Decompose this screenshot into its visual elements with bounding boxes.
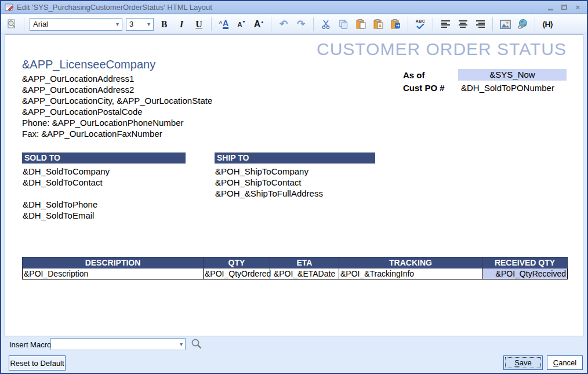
- chevron-down-icon[interactable]: ▾: [180, 341, 183, 347]
- italic-icon: I: [180, 19, 183, 30]
- close-icon[interactable]: ×: [575, 3, 580, 11]
- as-of-label: As of: [403, 70, 425, 80]
- search-icon: [191, 338, 202, 350]
- paste-special-button[interactable]: [389, 17, 402, 31]
- font-color-button[interactable]: A A: [217, 17, 231, 31]
- align-right-button[interactable]: [473, 17, 487, 31]
- toolbar-separator: [492, 17, 493, 31]
- html-layout-editor-canvas[interactable]: CUSTOMER ORDER STATUS &APP_LicenseeCompa…: [5, 34, 583, 336]
- copy-button[interactable]: [336, 17, 350, 31]
- cell-description-macro: &POI_Description: [23, 268, 204, 279]
- redo-button[interactable]: ↷: [294, 17, 308, 31]
- align-left-icon: [441, 20, 450, 28]
- insert-link-button[interactable]: [516, 17, 529, 31]
- underline-icon: U: [195, 19, 202, 30]
- minimize-icon[interactable]: [548, 9, 553, 10]
- ship-to-header-bar: SHIP TO: [215, 152, 375, 164]
- window-title: Edit 'SYS_PurchasingCustomerOrderStatus'…: [17, 3, 212, 12]
- maximize-icon[interactable]: [561, 5, 567, 10]
- copy-icon: [339, 20, 348, 29]
- col-header-tracking: TRACKING: [339, 257, 482, 268]
- underline-button[interactable]: U: [192, 17, 206, 31]
- sold-to-header-bar: SOLD TO: [22, 152, 186, 164]
- address-line: Fax: &APP_OurLocationFaxNumber: [22, 128, 212, 139]
- toolbar-separator: [211, 17, 212, 31]
- insert-image-button[interactable]: [498, 17, 512, 31]
- reset-to-default-button[interactable]: Reset to Default: [9, 355, 66, 371]
- address-line: Phone: &APP_OurLocationPhoneNumber: [22, 117, 212, 128]
- order-items-table: DESCRIPTION QTY ETA TRACKING RECEIVED QT…: [22, 257, 568, 279]
- search-macro-button[interactable]: [191, 338, 202, 352]
- svg-text:A: A: [378, 23, 382, 28]
- preview-icon: [6, 19, 17, 29]
- italic-button[interactable]: I: [175, 17, 188, 31]
- table-header-row: DESCRIPTION QTY ETA TRACKING RECEIVED QT…: [23, 257, 568, 268]
- toolbar-separator: [433, 17, 433, 31]
- cell-received-qty-macro: &POI_QtyReceived: [482, 268, 568, 279]
- font-family-value: Arial: [33, 20, 48, 28]
- edit-html-layout-dialog: Edit 'SYS_PurchasingCustomerOrderStatus'…: [0, 0, 588, 374]
- cell-qty-macro: &POI_QtyOrdered: [204, 268, 270, 279]
- spellcheck-button[interactable]: ABC: [413, 17, 427, 31]
- align-left-button[interactable]: [438, 17, 452, 31]
- cell-tracking-macro: &POI_&TrackingInfo: [339, 268, 482, 279]
- address-line: &APP_OurLocationAddress1: [22, 73, 212, 84]
- paste-button[interactable]: [354, 17, 368, 31]
- ship-to-block: &POH_ShipToCompany &POH_ShipToContact &P…: [215, 166, 323, 199]
- address-line: &APP_OurLocationPostalCode: [22, 106, 212, 117]
- save-button[interactable]: Save: [503, 355, 543, 370]
- undo-icon: ↶: [280, 18, 288, 30]
- editor-toolbar: Arial ▾ 3 ▾ B I U A A A ▾ A ▴: [1, 14, 587, 34]
- cancel-button[interactable]: Cancel: [547, 355, 583, 370]
- col-header-eta: ETA: [270, 257, 339, 268]
- paste-text-button[interactable]: A: [371, 17, 385, 31]
- cell-eta-macro: &POI_&ETADate: [270, 268, 339, 279]
- align-center-button[interactable]: [456, 17, 470, 31]
- address-line: &APP_OurLocationAddress2: [22, 84, 212, 95]
- font-size-select[interactable]: 3 ▾: [126, 18, 154, 31]
- insert-macro-label: Insert Macro:: [9, 340, 53, 349]
- ship-to-line: &POH_ShipToContact: [215, 177, 323, 188]
- insert-macro-combobox[interactable]: ▾: [50, 338, 186, 350]
- sold-to-line: &DH_SoldToPhone: [23, 199, 110, 210]
- toolbar-separator: [408, 17, 408, 31]
- undo-button[interactable]: ↶: [277, 17, 291, 31]
- ship-to-line: &POH_ShipToCompany: [215, 166, 323, 177]
- sold-to-line: [23, 188, 110, 199]
- increase-font-icon: A: [254, 19, 261, 30]
- align-right-icon: [476, 20, 485, 28]
- font-size-value: 3: [129, 20, 133, 28]
- sold-to-line: &DH_SoldToCompany: [23, 166, 110, 177]
- sold-to-line: &DH_SoldToContact: [23, 177, 110, 188]
- sold-to-block: &DH_SoldToCompany &DH_SoldToContact &DH_…: [23, 166, 110, 221]
- print-preview-button[interactable]: [5, 17, 19, 31]
- insert-macro-input[interactable]: [50, 338, 186, 350]
- our-location-address-block: &APP_OurLocationAddress1 &APP_OurLocatio…: [22, 73, 212, 139]
- col-header-qty: QTY: [204, 257, 270, 268]
- html-source-button[interactable]: ⟨H⟩: [540, 17, 554, 31]
- decrease-font-icon: A: [238, 21, 242, 28]
- chevron-down-icon: ▾: [113, 21, 122, 27]
- bold-icon: B: [161, 19, 168, 30]
- sold-to-line: &DH_SoldToEmail: [23, 210, 110, 221]
- align-center-icon: [459, 20, 467, 28]
- paste-special-icon: [391, 19, 401, 29]
- cut-button[interactable]: [319, 17, 333, 31]
- spellcheck-icon: ABC: [416, 19, 426, 23]
- dialog-icon: [5, 3, 14, 12]
- toolbar-separator: [271, 17, 271, 31]
- cut-icon: [321, 20, 331, 29]
- col-header-received-qty: RECEIVED QTY: [482, 257, 568, 268]
- increase-font-button[interactable]: A ▴: [252, 17, 266, 31]
- decrease-font-button[interactable]: A ▾: [234, 17, 248, 31]
- bold-button[interactable]: B: [157, 17, 171, 31]
- toolbar-separator: [535, 17, 535, 31]
- col-header-description: DESCRIPTION: [23, 257, 204, 268]
- font-family-select[interactable]: Arial ▾: [30, 18, 122, 31]
- table-row: &POI_Description &POI_QtyOrdered &POI_&E…: [23, 268, 568, 279]
- toolbar-separator: [24, 17, 24, 31]
- cust-po-label: Cust PO #: [403, 83, 445, 93]
- chevron-down-icon: ▾: [144, 21, 153, 27]
- redo-icon: ↷: [297, 18, 305, 30]
- paste-text-icon: A: [373, 19, 383, 29]
